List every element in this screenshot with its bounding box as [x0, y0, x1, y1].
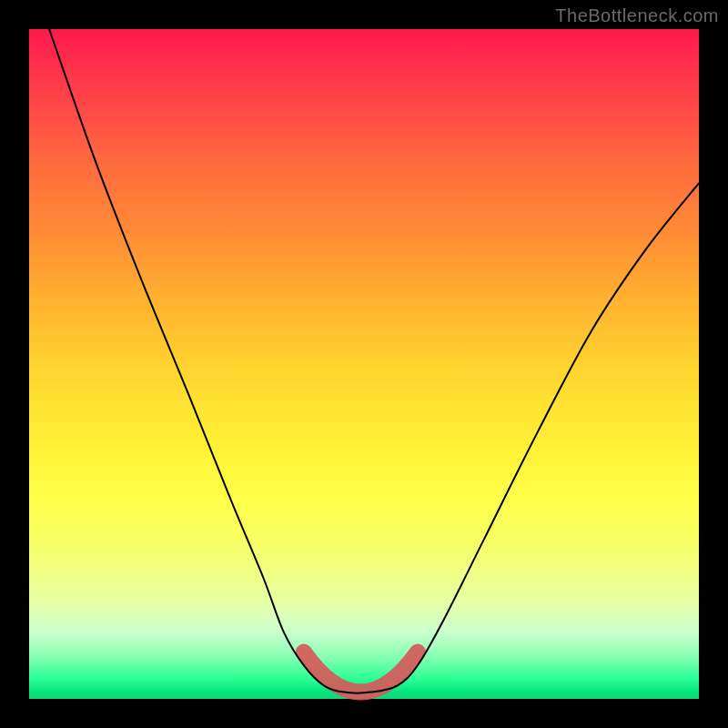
bottleneck-curve	[49, 29, 699, 693]
chart-frame: TheBottleneck.com	[0, 0, 728, 728]
trough-highlight	[304, 652, 418, 693]
plot-area	[29, 29, 699, 699]
watermark-text: TheBottleneck.com	[555, 5, 719, 26]
curve-layer	[29, 29, 699, 699]
